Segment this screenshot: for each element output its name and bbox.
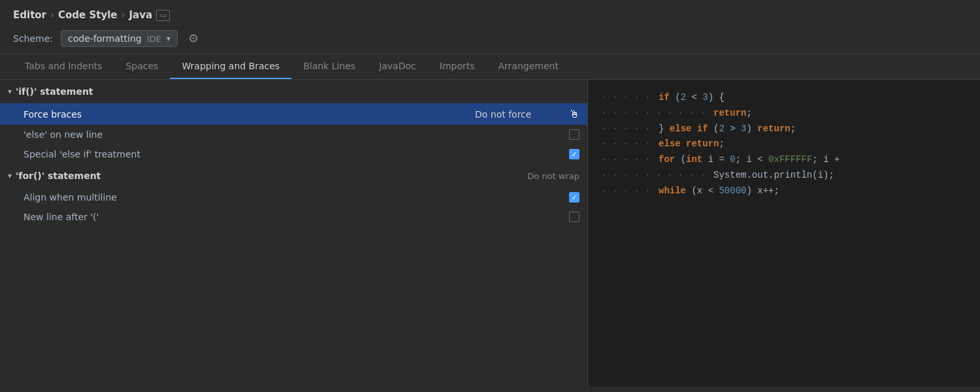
setting-else-if-treatment[interactable]: Special 'else if' treatment (0, 144, 587, 164)
else-new-line-label: 'else' on new line (24, 129, 569, 140)
new-line-after-paren-checkbox[interactable] (569, 212, 580, 222)
scheme-dropdown[interactable]: code-formatting IDE ▾ (61, 30, 178, 47)
code-preview-panel: · · · · · if (2 < 3) { · · · · · · · · ·… (588, 80, 980, 387)
tab-blank-lines[interactable]: Blank Lines (291, 54, 367, 79)
breadcrumb-sep1: › (50, 9, 54, 21)
tab-arrangement[interactable]: Arrangement (487, 54, 570, 79)
setting-align-multiline[interactable]: Align when multiline (0, 188, 587, 207)
code-line-4: · · · · · else return; (601, 137, 967, 152)
gear-button[interactable]: ⚙ (186, 30, 201, 47)
force-braces-value: Do not force (475, 109, 566, 120)
scheme-label: Scheme: (13, 33, 53, 44)
code-line-2: · · · · · · · · · · return; (601, 106, 967, 122)
window-icon[interactable]: ▭ (156, 10, 169, 21)
cursor-icon: 🖱 (569, 108, 580, 120)
group-if-statement[interactable]: ▾ 'if()' statement (0, 80, 587, 103)
else-if-treatment-label: Special 'else if' treatment (24, 149, 569, 159)
align-multiline-label: Align when multiline (24, 192, 569, 203)
else-new-line-checkbox[interactable] (569, 129, 580, 140)
tab-javadoc[interactable]: JavaDoc (367, 54, 428, 79)
tab-imports[interactable]: Imports (428, 54, 487, 79)
for-chevron-icon: ▾ (8, 171, 12, 180)
scheme-row: Scheme: code-formatting IDE ▾ ⚙ (13, 30, 967, 47)
settings-panel: ▾ 'if()' statement Force braces Do not f… (0, 80, 588, 387)
setting-new-line-after-paren[interactable]: New line after '(' (0, 207, 587, 227)
setting-force-braces[interactable]: Force braces Do not force 🖱 (0, 103, 587, 125)
scheme-name: code-formatting (68, 33, 142, 44)
tab-wrapping-and-braces[interactable]: Wrapping and Braces (170, 54, 291, 79)
scheme-ide-badge: IDE (147, 34, 161, 44)
code-line-1: · · · · · if (2 < 3) { (601, 90, 967, 106)
setting-else-new-line[interactable]: 'else' on new line (0, 125, 587, 144)
code-line-7: · · · · · while (x < 50000) x++; (601, 184, 967, 199)
for-wrap-value: Do not wrap (527, 171, 580, 181)
code-line-5: · · · · · for (int i = 0; i < 0xFFFFFF; … (601, 152, 967, 168)
align-multiline-checkbox[interactable] (569, 192, 580, 203)
code-line-6: · · · · · · · · · · System.out.println(i… (601, 168, 967, 184)
code-line-3: · · · · · } else if (2 > 3) return; (601, 122, 967, 137)
tab-spaces[interactable]: Spaces (114, 54, 170, 79)
new-line-after-paren-label: New line after '(' (24, 212, 569, 222)
breadcrumb-code-style: Code Style (58, 9, 118, 21)
main-content: ▾ 'if()' statement Force braces Do not f… (0, 80, 980, 387)
chevron-icon: ▾ (8, 87, 12, 96)
header: Editor › Code Style › Java ▭ Scheme: cod… (0, 0, 980, 54)
group-if-label: 'if()' statement (16, 86, 93, 97)
breadcrumb-java: Java (129, 9, 153, 21)
tab-tabs-and-indents[interactable]: Tabs and Indents (13, 54, 114, 79)
group-for-statement[interactable]: ▾ 'for()' statement Do not wrap (0, 164, 587, 188)
else-if-treatment-checkbox[interactable] (569, 149, 580, 159)
chevron-down-icon: ▾ (167, 34, 171, 43)
tabs-bar: Tabs and Indents Spaces Wrapping and Bra… (0, 54, 980, 80)
force-braces-label: Force braces (24, 109, 475, 120)
breadcrumb: Editor › Code Style › Java ▭ (13, 9, 967, 21)
group-for-label: 'for()' statement (16, 171, 101, 181)
breadcrumb-editor: Editor (13, 9, 46, 21)
breadcrumb-sep2: › (122, 9, 125, 21)
